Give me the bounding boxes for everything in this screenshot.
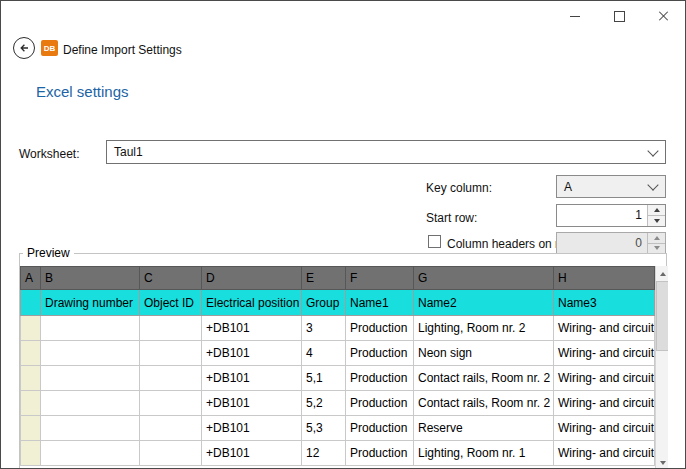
mapping-cell: Name3 bbox=[554, 290, 655, 316]
mapping-cell: Drawing number bbox=[41, 290, 140, 316]
back-button[interactable] bbox=[13, 37, 35, 59]
table-cell: 12 bbox=[302, 441, 346, 466]
scroll-up-button[interactable] bbox=[656, 266, 668, 281]
column-header-cell[interactable]: B bbox=[41, 267, 140, 290]
key-column-label: Key column: bbox=[426, 181, 492, 195]
arrow-up-icon bbox=[654, 208, 660, 212]
table-cell: 5,3 bbox=[302, 416, 346, 441]
data-row: +DB1015,3ProductionReserveWiring- and ci… bbox=[21, 416, 655, 441]
spin-down-button[interactable] bbox=[648, 215, 665, 226]
table-cell: Production bbox=[346, 366, 414, 391]
column-header-cell[interactable]: C bbox=[140, 267, 202, 290]
column-header-cell[interactable]: G bbox=[414, 267, 554, 290]
table-cell: Lighting, Room nr. 2 bbox=[414, 316, 554, 341]
dialog-window: DB Define Import Settings Excel settings… bbox=[0, 0, 686, 469]
start-row-label: Start row: bbox=[426, 211, 477, 225]
column-header-cell[interactable]: E bbox=[302, 267, 346, 290]
dialog-title: Define Import Settings bbox=[63, 43, 182, 57]
column-header-cell[interactable]: H bbox=[554, 267, 655, 290]
arrow-up-icon bbox=[654, 236, 660, 240]
table-cell: 4 bbox=[302, 341, 346, 366]
arrow-down-icon bbox=[654, 219, 660, 223]
column-headers-row-value: 0 bbox=[557, 233, 647, 253]
worksheet-value: Taul1 bbox=[107, 145, 649, 159]
column-header-cell[interactable]: F bbox=[346, 267, 414, 290]
table-cell: 5,1 bbox=[302, 366, 346, 391]
window-controls bbox=[553, 1, 685, 31]
column-headers-row-spinner: 0 bbox=[556, 232, 666, 254]
start-row-spinner[interactable]: 1 bbox=[556, 204, 666, 227]
column-header-cell[interactable]: A bbox=[21, 267, 41, 290]
table-cell bbox=[41, 441, 140, 466]
table-cell bbox=[21, 316, 41, 341]
table-cell bbox=[41, 416, 140, 441]
table-cell bbox=[21, 416, 41, 441]
start-row-value: 1 bbox=[557, 205, 647, 226]
worksheet-combobox[interactable]: Taul1 bbox=[106, 140, 666, 164]
table-cell: Wiring- and circuit d bbox=[554, 391, 655, 416]
table-cell: Production bbox=[346, 316, 414, 341]
maximize-icon bbox=[614, 11, 625, 22]
table-cell: +DB101 bbox=[202, 316, 302, 341]
column-headers-checkbox[interactable] bbox=[428, 235, 441, 248]
key-column-combobox[interactable]: A bbox=[556, 175, 666, 198]
mapping-cell bbox=[21, 290, 41, 316]
table-cell bbox=[41, 366, 140, 391]
table-cell bbox=[21, 366, 41, 391]
table-cell: Contact rails, Room nr. 2 bbox=[414, 366, 554, 391]
table-cell bbox=[140, 366, 202, 391]
page-title: Excel settings bbox=[36, 83, 129, 100]
scroll-down-button[interactable] bbox=[656, 455, 668, 469]
table-cell bbox=[21, 341, 41, 366]
table-cell: Wiring- and circuit d bbox=[554, 416, 655, 441]
table-cell: 5,2 bbox=[302, 391, 346, 416]
scrollbar-thumb[interactable] bbox=[656, 281, 668, 351]
chevron-down-icon bbox=[647, 179, 658, 190]
table-cell bbox=[140, 416, 202, 441]
mapping-cell: Electrical position bbox=[202, 290, 302, 316]
table-cell: Wiring- and circuit d bbox=[554, 366, 655, 391]
table-cell bbox=[140, 341, 202, 366]
spin-up-button[interactable] bbox=[648, 205, 665, 215]
worksheet-label: Worksheet: bbox=[19, 147, 79, 161]
table-cell: Production bbox=[346, 416, 414, 441]
mapping-row: Drawing numberObject IDElectrical positi… bbox=[21, 290, 655, 316]
mapping-cell: Name1 bbox=[346, 290, 414, 316]
table-cell: Production bbox=[346, 391, 414, 416]
preview-grid-area: ABCDEFGHDrawing numberObject IDElectrica… bbox=[20, 266, 668, 469]
data-row: +DB1014ProductionNeon signWiring- and ci… bbox=[21, 341, 655, 366]
data-row: +DB10112ProductionLighting, Room nr. 1Wi… bbox=[21, 441, 655, 466]
table-cell bbox=[21, 441, 41, 466]
table-cell bbox=[41, 316, 140, 341]
column-header-cell[interactable]: D bbox=[202, 267, 302, 290]
mapping-cell: Object ID bbox=[140, 290, 202, 316]
data-row: +DB1015,2ProductionContact rails, Room n… bbox=[21, 391, 655, 416]
spinner-buttons bbox=[647, 205, 665, 226]
back-arrow-icon bbox=[18, 42, 30, 54]
scrollbar-track[interactable] bbox=[656, 351, 668, 455]
vertical-scrollbar[interactable] bbox=[655, 266, 668, 469]
data-row: +DB1015,1ProductionContact rails, Room n… bbox=[21, 366, 655, 391]
table-cell bbox=[140, 391, 202, 416]
preview-group-label: Preview bbox=[23, 246, 74, 260]
titlebar[interactable] bbox=[1, 1, 685, 31]
db-app-icon: DB bbox=[41, 40, 58, 56]
table-cell: +DB101 bbox=[202, 366, 302, 391]
mapping-cell: Group bbox=[302, 290, 346, 316]
table-cell bbox=[140, 316, 202, 341]
table-cell bbox=[41, 341, 140, 366]
maximize-button[interactable] bbox=[597, 1, 641, 31]
spin-up-button bbox=[648, 233, 665, 243]
table-cell: Wiring- and circuit d bbox=[554, 341, 655, 366]
close-button[interactable] bbox=[641, 1, 685, 31]
table-cell: +DB101 bbox=[202, 441, 302, 466]
grid-header-row: ABCDEFGH bbox=[21, 267, 655, 290]
arrow-down-icon bbox=[660, 461, 666, 465]
table-cell: +DB101 bbox=[202, 341, 302, 366]
table-cell: +DB101 bbox=[202, 416, 302, 441]
table-cell: Reserve bbox=[414, 416, 554, 441]
minimize-button[interactable] bbox=[553, 1, 597, 31]
mapping-cell: Name2 bbox=[414, 290, 554, 316]
table-cell bbox=[21, 391, 41, 416]
table-cell: +DB101 bbox=[202, 391, 302, 416]
